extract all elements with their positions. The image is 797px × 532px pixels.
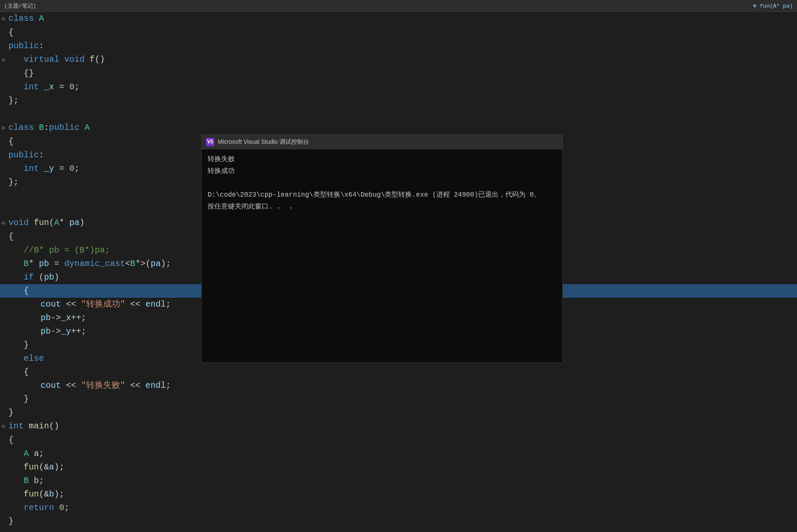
code-line-content: A a;	[7, 447, 797, 461]
code-line: int _x = 0;	[0, 80, 797, 94]
topbar-left: (主题/笔记)	[4, 2, 36, 10]
line-collapse-indicator[interactable]: ⊖	[0, 121, 7, 135]
code-line: public:	[0, 39, 797, 53]
code-line: return 0;	[0, 501, 797, 515]
line-collapse-indicator[interactable]: ⊖	[0, 217, 7, 230]
debug-output-line: D:\code\2023\cpp-learning\类型转换\x64\Debug…	[208, 189, 556, 201]
debug-output-line	[208, 177, 556, 189]
code-line-content: {	[7, 26, 797, 39]
code-line: ⊖class B:public A	[0, 121, 797, 135]
debug-output-line: 按任意键关闭此窗口. . .	[208, 201, 556, 213]
code-line: B b;	[0, 474, 797, 488]
code-line: {	[0, 433, 797, 447]
debug-title-bar: VS Microsoft Visual Studio 调试控制台	[202, 135, 562, 149]
vs-icon: VS	[206, 138, 214, 146]
code-line-content: {	[7, 365, 797, 379]
code-line-content: virtual void f()	[7, 53, 797, 66]
code-line: {}	[0, 67, 797, 80]
code-line-content: B b;	[7, 474, 797, 488]
code-line-content: }	[7, 406, 797, 420]
topbar-right: ⊕ fun(A* pa)	[753, 3, 793, 9]
code-line: {	[0, 365, 797, 379]
code-line-content: fun(&a);	[7, 461, 797, 474]
code-line-content: int main()	[7, 420, 797, 433]
code-line-content: }	[7, 515, 797, 528]
code-line: }	[0, 392, 797, 406]
code-line: ⊖virtual void f()	[0, 53, 797, 67]
code-line-content: {}	[7, 67, 797, 80]
code-line-content: return 0;	[7, 501, 797, 515]
code-line-content: int _x = 0;	[7, 80, 797, 94]
code-line	[0, 107, 797, 121]
code-line: }	[0, 406, 797, 420]
code-line: {	[0, 26, 797, 39]
debug-body: 转换失败转换成功 D:\code\2023\cpp-learning\类型转换\…	[202, 149, 562, 362]
code-line: fun(&b);	[0, 488, 797, 501]
code-line-content: cout << "转换失败" << endl;	[7, 379, 797, 392]
line-collapse-indicator[interactable]: ⊖	[0, 12, 7, 26]
code-line: ⊖int main()	[0, 420, 797, 433]
code-line-content: }	[7, 392, 797, 406]
line-collapse-indicator[interactable]: ⊖	[0, 53, 7, 67]
debug-title-text: Microsoft Visual Studio 调试控制台	[218, 138, 309, 146]
line-collapse-indicator[interactable]: ⊖	[0, 420, 7, 433]
code-line: cout << "转换失败" << endl;	[0, 379, 797, 392]
code-line-content	[7, 107, 797, 121]
code-line-content: {	[7, 433, 797, 447]
code-line: };	[0, 94, 797, 107]
debug-output-line: 转换失败	[208, 154, 556, 165]
debug-output-line: 转换成功	[208, 165, 556, 177]
code-line-content: fun(&b);	[7, 488, 797, 501]
code-line-content: class B:public A	[7, 121, 797, 134]
code-editor: (主题/笔记) ⊕ fun(A* pa) ⊖class A{public:⊖vi…	[0, 0, 797, 532]
debug-console: VS Microsoft Visual Studio 调试控制台 转换失败转换成…	[201, 134, 563, 363]
code-line: }	[0, 515, 797, 528]
code-line-content: class A	[7, 12, 797, 25]
code-line-content: public:	[7, 39, 797, 53]
top-bar: (主题/笔记) ⊕ fun(A* pa)	[0, 0, 797, 12]
code-line: A a;	[0, 447, 797, 461]
code-line-content: };	[7, 94, 797, 107]
code-line: ⊖class A	[0, 12, 797, 26]
code-line: fun(&a);	[0, 461, 797, 474]
